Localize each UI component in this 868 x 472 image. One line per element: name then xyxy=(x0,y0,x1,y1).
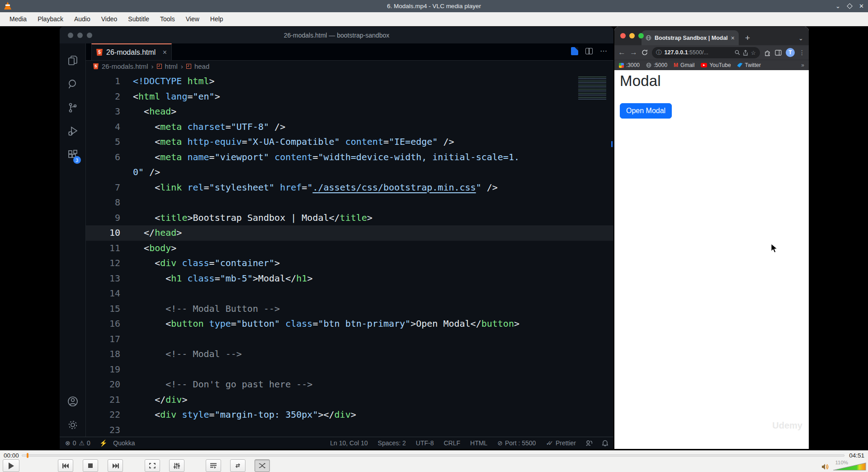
minimap[interactable] xyxy=(578,75,606,100)
scrollbar-indicator[interactable] xyxy=(611,141,613,147)
stop-button[interactable] xyxy=(83,459,98,472)
extended-settings-button[interactable] xyxy=(169,459,184,472)
menu-playback[interactable]: Playback xyxy=(33,14,68,24)
menu-video[interactable]: Video xyxy=(96,14,123,24)
seek-handle[interactable] xyxy=(27,453,28,458)
code-line[interactable]: 16 <button type="button" class="btn btn-… xyxy=(86,316,613,332)
code-line[interactable]: 20 <!-- Don't go past here --> xyxy=(86,377,613,392)
live-server-port[interactable]: ⊘Port : 5500 xyxy=(497,439,536,447)
open-modal-button[interactable]: Open Modal xyxy=(620,103,672,119)
code-line[interactable]: 9 <title>Bootstrap Sandbox | Modal</titl… xyxy=(86,210,613,226)
menu-view[interactable]: View xyxy=(181,14,204,24)
notifications-bell-icon[interactable] xyxy=(602,440,608,446)
indentation[interactable]: Spaces: 2 xyxy=(378,439,406,447)
close-icon[interactable]: ✕ xyxy=(859,3,864,9)
code-line[interactable]: 1<!DOCTYPE html> xyxy=(86,74,613,89)
back-icon[interactable]: ← xyxy=(618,48,626,57)
code-line[interactable]: 6 <meta name="viewport" content="width=d… xyxy=(86,150,613,165)
side-panel-icon[interactable] xyxy=(775,50,782,56)
code-line[interactable]: 17 xyxy=(86,332,613,347)
menu-media[interactable]: Media xyxy=(5,14,32,24)
new-tab-icon[interactable]: + xyxy=(745,33,750,43)
code-line[interactable]: 21 </div> xyxy=(86,392,613,408)
code-line[interactable]: 7 <link rel="stylesheet" href="./assets/… xyxy=(86,180,613,195)
code-line[interactable]: 0" /> xyxy=(86,165,613,180)
code-line[interactable]: 10 </head> xyxy=(86,225,613,241)
eol-sequence[interactable]: CRLF xyxy=(443,439,460,447)
code-line[interactable]: 19 xyxy=(86,362,613,377)
code-line[interactable]: 2<html lang="en"> xyxy=(86,89,613,105)
menu-tools[interactable]: Tools xyxy=(155,14,180,24)
bookmark-youtube[interactable]: YouTube xyxy=(701,62,731,68)
code-line[interactable]: 23 xyxy=(86,423,613,437)
tab-search-chevron-icon[interactable]: ⌄ xyxy=(798,35,803,42)
fullscreen-button[interactable] xyxy=(145,459,160,472)
editor-more-actions-icon[interactable]: ⋯ xyxy=(600,47,607,55)
maximize-icon[interactable] xyxy=(847,3,853,9)
feedback-icon[interactable] xyxy=(586,440,592,446)
profile-avatar[interactable]: T xyxy=(786,48,795,57)
run-debug-icon[interactable] xyxy=(62,119,84,143)
address-bar[interactable]: ⓘ 127.0.0.1:5500/... ☆ xyxy=(652,47,760,58)
code-line[interactable]: 18 <!-- Modal --> xyxy=(86,347,613,362)
code-line[interactable]: 14 xyxy=(86,286,613,301)
browser-tab[interactable]: Bootstrap Sandbox | Modal × xyxy=(642,30,739,45)
source-control-icon[interactable] xyxy=(62,96,84,119)
code-line[interactable]: 15 <!-- Modal Button --> xyxy=(86,301,613,317)
share-icon[interactable] xyxy=(743,50,748,56)
code-line[interactable]: 22 <div style="margin-top: 350px"></div> xyxy=(86,407,613,423)
menu-audio[interactable]: Audio xyxy=(69,14,95,24)
breadcrumb-file[interactable]: 26-modals.html xyxy=(102,62,148,70)
shuffle-button[interactable] xyxy=(255,459,270,472)
menu-subtitle[interactable]: Subtitle xyxy=(123,14,154,24)
code-line[interactable]: 5 <meta http-equiv="X-UA-Compatible" con… xyxy=(86,134,613,150)
code-line[interactable]: 12 <div class="container"> xyxy=(86,256,613,271)
account-icon[interactable] xyxy=(62,390,84,413)
split-editor-icon[interactable] xyxy=(585,48,593,54)
problems-warnings[interactable]: ⚠0 xyxy=(79,439,90,447)
code-line[interactable]: 4 <meta charset="UTF-8" /> xyxy=(86,119,613,135)
zoom-magnifier-icon[interactable] xyxy=(735,50,740,55)
bookmark-5000[interactable]: :5000 xyxy=(646,62,667,68)
prettier-status[interactable]: ✓✓Prettier xyxy=(546,439,576,447)
play-button[interactable] xyxy=(3,459,19,472)
language-mode[interactable]: HTML xyxy=(470,439,487,447)
encoding[interactable]: UTF-8 xyxy=(416,439,434,447)
minimize-icon[interactable]: ⌄ xyxy=(835,3,841,9)
bookmark-3000[interactable]: :3000 xyxy=(619,62,640,68)
tab-close-icon[interactable]: × xyxy=(731,34,735,42)
bookmark-star-icon[interactable]: ☆ xyxy=(751,49,756,56)
code-line[interactable]: 8 xyxy=(86,195,613,210)
previous-button[interactable] xyxy=(58,459,73,472)
quokka-status[interactable]: ⚡Quokka xyxy=(99,439,135,447)
tab-close-icon[interactable]: × xyxy=(163,48,167,57)
reload-icon[interactable] xyxy=(642,49,648,56)
settings-gear-icon[interactable] xyxy=(62,413,84,437)
extensions-puzzle-icon[interactable] xyxy=(764,49,771,56)
extensions-icon[interactable]: 3 xyxy=(62,143,84,167)
speaker-icon[interactable] xyxy=(822,464,829,470)
next-button[interactable] xyxy=(108,459,123,472)
chrome-menu-icon[interactable]: ⋮ xyxy=(799,49,805,56)
bookmarks-overflow-icon[interactable]: » xyxy=(801,62,804,68)
explorer-icon[interactable] xyxy=(62,49,84,72)
forward-icon[interactable]: → xyxy=(630,48,637,57)
chrome-traffic-lights[interactable] xyxy=(620,33,644,38)
bookmark-twitter[interactable]: Twitter xyxy=(737,62,761,68)
code-line[interactable]: 13 <h1 class="mb-5">Modal</h1> xyxy=(86,271,613,286)
seek-bar[interactable] xyxy=(22,454,844,457)
playlist-button[interactable] xyxy=(206,459,221,472)
cursor-position[interactable]: Ln 10, Col 10 xyxy=(330,439,368,447)
code-line[interactable]: 3 <head> xyxy=(86,104,613,119)
breadcrumb-head[interactable]: head xyxy=(194,62,209,70)
volume-slider[interactable] xyxy=(833,462,866,471)
code-editor[interactable]: 1<!DOCTYPE html>2<html lang="en">3 <head… xyxy=(86,72,613,437)
tab-26-modals[interactable]: 5 26-modals.html × xyxy=(91,43,172,60)
menu-help[interactable]: Help xyxy=(205,14,228,24)
problems-errors[interactable]: ⊗0 xyxy=(65,439,76,447)
search-icon[interactable] xyxy=(62,72,84,96)
breadcrumb-html[interactable]: html xyxy=(165,62,178,70)
code-line[interactable]: 11 <body> xyxy=(86,241,613,256)
loop-button[interactable] xyxy=(230,459,245,472)
site-info-icon[interactable]: ⓘ xyxy=(656,49,662,57)
